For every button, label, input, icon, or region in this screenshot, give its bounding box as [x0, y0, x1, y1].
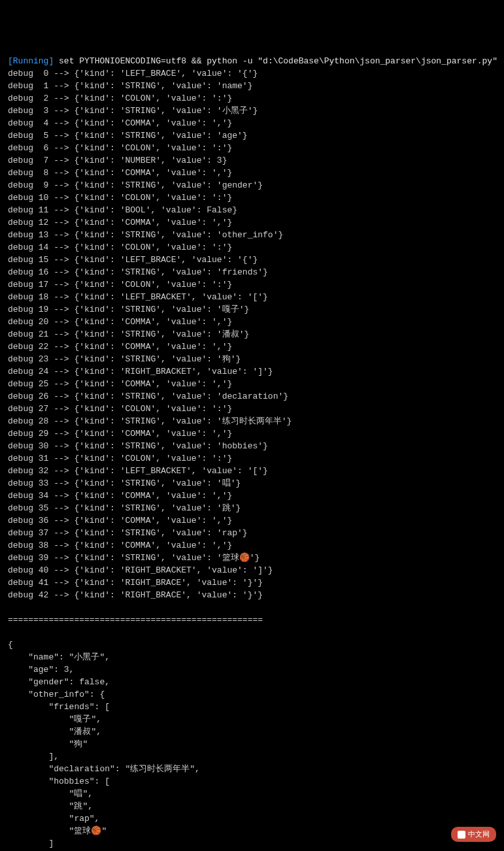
terminal-output: [Running] set PYTHONIOENCODING=utf8 && p…: [8, 55, 496, 851]
debug-token-list: debug 0 --> {'kind': 'LEFT_BRACE', 'valu…: [8, 67, 496, 601]
watermark-text: 中文网: [468, 828, 490, 841]
separator-line: ========================================…: [8, 615, 263, 625]
watermark-badge: 中文网: [451, 827, 496, 842]
running-label: [Running]: [8, 56, 54, 66]
command-text: set PYTHONIOENCODING=utf8 && python -u "…: [59, 56, 497, 66]
json-output-block: { "name": "小黑子", "age": 3, "gender": fal…: [8, 639, 496, 851]
php-icon: [458, 831, 465, 839]
